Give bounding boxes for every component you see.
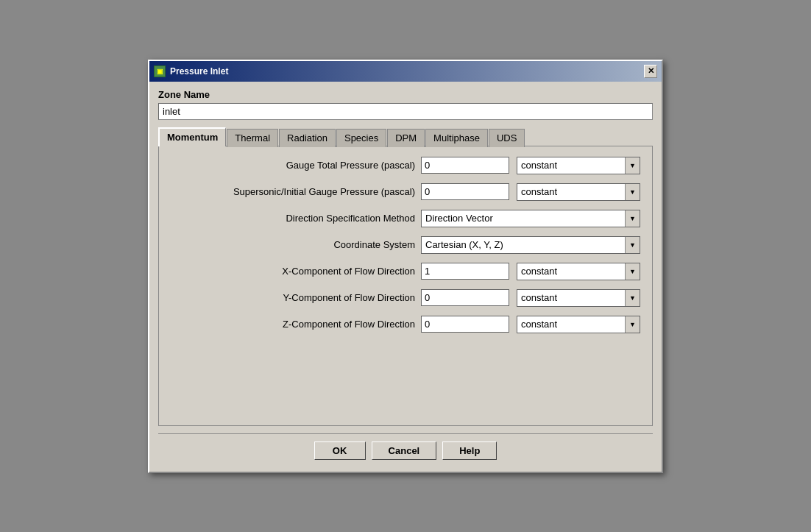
tab-multiphase[interactable]: Multiphase <box>425 129 488 147</box>
y-component-row: Y-Component of Flow Direction constant ▼ <box>171 289 640 307</box>
coordinate-system-label: Coordinate System <box>171 239 421 250</box>
gauge-pressure-dropdown-text: constant <box>517 158 625 172</box>
direction-spec-value: Direction Vector <box>422 211 625 225</box>
tab-momentum[interactable]: Momentum <box>158 127 226 146</box>
direction-spec-dropdown[interactable]: Direction Vector ▼ <box>421 210 640 227</box>
y-component-label: Y-Component of Flow Direction <box>171 292 421 303</box>
coordinate-system-dropdown[interactable]: Cartesian (X, Y, Z) ▼ <box>421 236 640 254</box>
z-component-label: Z-Component of Flow Direction <box>171 319 421 330</box>
cancel-button[interactable]: Cancel <box>372 441 437 460</box>
z-component-dropdown-text: constant <box>517 317 625 331</box>
supersonic-pressure-input[interactable] <box>421 183 509 200</box>
y-component-input[interactable] <box>421 289 509 306</box>
help-button[interactable]: Help <box>442 441 497 460</box>
x-component-dropdown[interactable]: constant ▼ <box>517 263 640 280</box>
y-component-dropdown-text: constant <box>517 291 625 305</box>
y-component-dropdown[interactable]: constant ▼ <box>517 289 640 307</box>
x-component-row: X-Component of Flow Direction constant ▼ <box>171 263 640 280</box>
tab-uds[interactable]: UDS <box>489 129 525 147</box>
gauge-pressure-input[interactable] <box>421 157 509 174</box>
close-button[interactable]: ✕ <box>644 65 657 78</box>
supersonic-pressure-dropdown-text: constant <box>517 185 625 199</box>
x-component-input[interactable] <box>421 263 509 280</box>
z-component-input[interactable] <box>421 316 509 333</box>
title-bar: ▣ Pressure Inlet ✕ <box>149 61 662 82</box>
supersonic-pressure-row: Supersonic/Initial Gauge Pressure (pasca… <box>171 183 640 201</box>
tab-species[interactable]: Species <box>336 129 386 147</box>
y-component-dropdown-arrow[interactable]: ▼ <box>625 290 640 306</box>
z-component-dropdown[interactable]: constant ▼ <box>517 316 640 333</box>
tab-dpm[interactable]: DPM <box>387 129 425 147</box>
x-component-dropdown-arrow[interactable]: ▼ <box>625 263 640 280</box>
coordinate-system-arrow[interactable]: ▼ <box>625 237 640 253</box>
gauge-pressure-dropdown[interactable]: constant ▼ <box>517 157 640 174</box>
supersonic-pressure-dropdown[interactable]: constant ▼ <box>517 183 640 201</box>
button-bar: OK Cancel Help <box>158 433 653 464</box>
gauge-pressure-label: Gauge Total Pressure (pascal) <box>171 160 421 171</box>
direction-spec-label: Direction Specification Method <box>171 213 421 224</box>
gauge-pressure-row: Gauge Total Pressure (pascal) constant ▼ <box>171 157 640 174</box>
dialog-icon: ▣ <box>154 65 166 77</box>
direction-spec-row: Direction Specification Method Direction… <box>171 210 640 227</box>
dialog-body: Zone Name Momentum Thermal Radiation Spe… <box>149 82 662 472</box>
zone-name-label: Zone Name <box>158 89 653 100</box>
tabs-container: Momentum Thermal Radiation Species DPM M… <box>158 127 653 146</box>
momentum-content: Gauge Total Pressure (pascal) constant ▼… <box>158 146 653 426</box>
x-component-label: X-Component of Flow Direction <box>171 266 421 277</box>
x-component-dropdown-text: constant <box>517 264 625 278</box>
coordinate-system-value: Cartesian (X, Y, Z) <box>422 238 625 252</box>
direction-spec-arrow[interactable]: ▼ <box>625 210 640 227</box>
supersonic-pressure-dropdown-arrow[interactable]: ▼ <box>625 184 640 200</box>
supersonic-pressure-label: Supersonic/Initial Gauge Pressure (pasca… <box>171 186 421 197</box>
zone-name-input[interactable] <box>158 103 653 120</box>
pressure-inlet-dialog: ▣ Pressure Inlet ✕ Zone Name Momentum Th… <box>148 60 663 473</box>
z-component-row: Z-Component of Flow Direction constant ▼ <box>171 316 640 333</box>
tab-radiation[interactable]: Radiation <box>279 129 336 147</box>
z-component-dropdown-arrow[interactable]: ▼ <box>625 316 640 333</box>
tab-thermal[interactable]: Thermal <box>227 129 278 147</box>
title-bar-left: ▣ Pressure Inlet <box>154 65 228 77</box>
gauge-pressure-dropdown-arrow[interactable]: ▼ <box>625 157 640 174</box>
dialog-title: Pressure Inlet <box>170 66 228 77</box>
ok-button[interactable]: OK <box>314 441 366 460</box>
coordinate-system-row: Coordinate System Cartesian (X, Y, Z) ▼ <box>171 236 640 254</box>
